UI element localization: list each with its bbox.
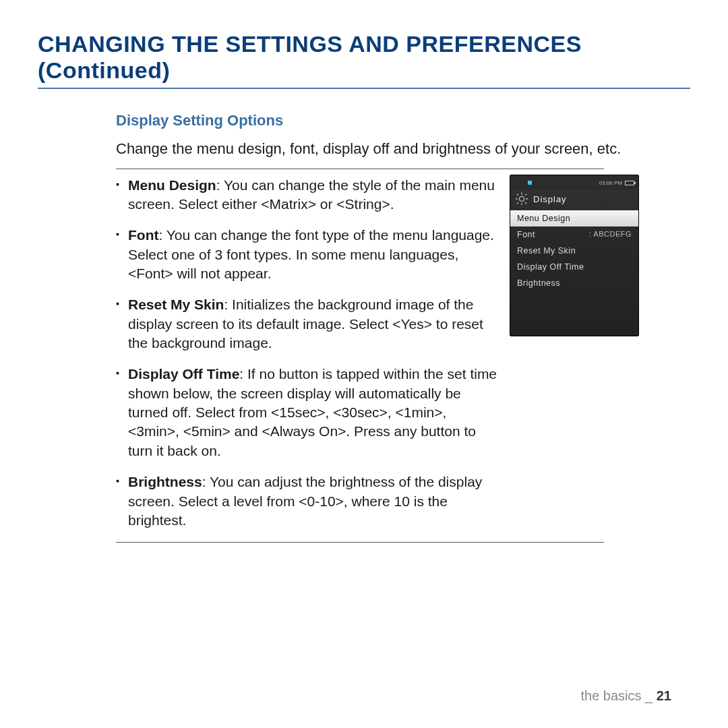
battery-icon xyxy=(625,181,634,185)
svg-point-0 xyxy=(519,196,524,201)
subheading: Display Setting Options xyxy=(116,112,690,129)
device-clock: 03:06 PM xyxy=(599,180,622,186)
device-screenshot: 03:06 PM Display Menu Design Font: ABCDE… xyxy=(510,175,639,336)
bottom-rule xyxy=(116,542,604,543)
bullet-item: Menu Design: You can change the style of… xyxy=(116,176,500,214)
device-menu-item[interactable]: Menu Design xyxy=(510,210,638,226)
gear-icon xyxy=(514,191,529,206)
device-menu-item[interactable]: Brightness xyxy=(510,275,638,291)
device-menu-item[interactable]: Display Off Time xyxy=(510,259,638,275)
bullet-item: Font: You can change the font type of th… xyxy=(116,226,500,283)
device-menu-item[interactable]: Font: ABCDEFG xyxy=(510,226,638,243)
device-title: Display xyxy=(533,194,567,204)
bullet-list: Menu Design: You can change the style of… xyxy=(116,176,500,530)
bullet-item: Brightness: You can adjust the brightnes… xyxy=(116,473,500,530)
device-header: Display xyxy=(510,190,638,210)
top-rule xyxy=(116,169,604,169)
bullet-item: Display Off Time: If no button is tapped… xyxy=(116,365,500,460)
page-title: CHANGING THE SETTINGS AND PREFERENCES (C… xyxy=(38,31,690,89)
device-status-bar: 03:06 PM xyxy=(510,175,638,190)
device-menu: Menu Design Font: ABCDEFG Reset My Skin … xyxy=(510,210,638,291)
page-footer: the basics _ 21 xyxy=(580,688,671,704)
status-indicator-icon xyxy=(528,181,532,185)
bullet-item: Reset My Skin: Initializes the backgroun… xyxy=(116,295,500,353)
content-area: Display Setting Options Change the menu … xyxy=(38,112,690,543)
intro-text: Change the menu design, font, display of… xyxy=(116,139,690,159)
footer-section: the basics _ xyxy=(580,688,656,703)
footer-page-number: 21 xyxy=(657,688,671,703)
device-menu-item[interactable]: Reset My Skin xyxy=(510,243,638,259)
